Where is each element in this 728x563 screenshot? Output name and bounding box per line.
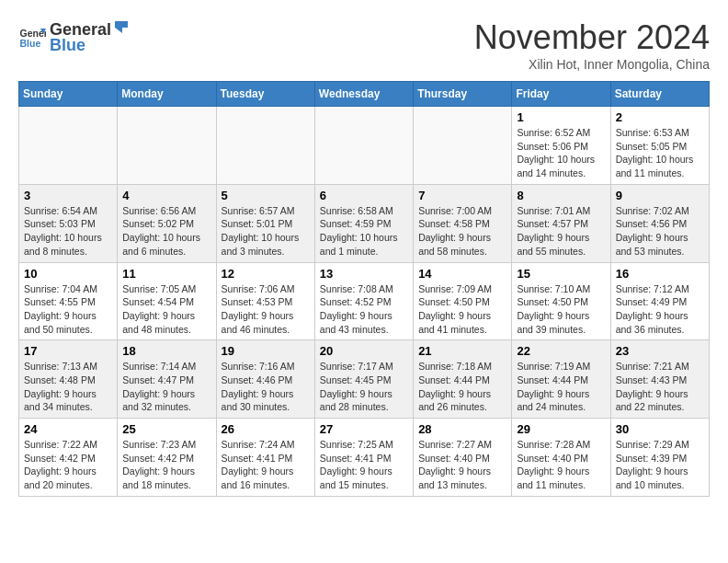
day-number: 2 [616, 110, 704, 124]
day-number: 27 [320, 422, 408, 436]
day-info: Sunrise: 7:23 AM Sunset: 4:42 PM Dayligh… [122, 438, 210, 492]
day-info: Sunrise: 6:58 AM Sunset: 4:59 PM Dayligh… [320, 204, 408, 259]
column-header-friday: Friday [512, 82, 610, 107]
location-subtitle: Xilin Hot, Inner Mongolia, China [474, 57, 710, 72]
calendar-cell [118, 107, 216, 185]
day-number: 20 [320, 344, 408, 358]
day-number: 26 [222, 422, 310, 436]
day-info: Sunrise: 7:10 AM Sunset: 4:50 PM Dayligh… [517, 282, 605, 337]
calendar-cell: 17Sunrise: 7:13 AM Sunset: 4:48 PM Dayli… [19, 340, 118, 419]
calendar-cell: 5Sunrise: 6:57 AM Sunset: 5:01 PM Daylig… [216, 184, 314, 262]
day-number: 16 [616, 267, 704, 281]
day-number: 15 [517, 267, 605, 281]
logo-icon: General Blue [18, 23, 46, 51]
day-info: Sunrise: 7:29 AM Sunset: 4:39 PM Dayligh… [616, 438, 704, 492]
calendar-cell: 19Sunrise: 7:16 AM Sunset: 4:46 PM Dayli… [216, 340, 314, 419]
calendar-cell: 6Sunrise: 6:58 AM Sunset: 4:59 PM Daylig… [314, 184, 413, 262]
calendar-cell: 10Sunrise: 7:04 AM Sunset: 4:55 PM Dayli… [19, 262, 118, 340]
day-info: Sunrise: 7:05 AM Sunset: 4:54 PM Dayligh… [122, 282, 210, 337]
calendar-cell: 25Sunrise: 7:23 AM Sunset: 4:42 PM Dayli… [118, 419, 216, 497]
calendar-cell: 2Sunrise: 6:53 AM Sunset: 5:05 PM Daylig… [610, 107, 709, 185]
day-number: 25 [122, 422, 210, 436]
day-info: Sunrise: 7:19 AM Sunset: 4:44 PM Dayligh… [517, 360, 605, 414]
column-header-thursday: Thursday [414, 82, 512, 107]
day-info: Sunrise: 7:24 AM Sunset: 4:41 PM Dayligh… [222, 438, 310, 492]
day-info: Sunrise: 7:25 AM Sunset: 4:41 PM Dayligh… [320, 438, 408, 492]
day-number: 14 [418, 267, 506, 281]
calendar-cell: 30Sunrise: 7:29 AM Sunset: 4:39 PM Dayli… [610, 419, 709, 497]
week-row-4: 17Sunrise: 7:13 AM Sunset: 4:48 PM Dayli… [19, 340, 710, 419]
day-number: 30 [616, 422, 704, 436]
week-row-2: 3Sunrise: 6:54 AM Sunset: 5:03 PM Daylig… [19, 184, 710, 262]
calendar-cell: 18Sunrise: 7:14 AM Sunset: 4:47 PM Dayli… [118, 340, 216, 419]
day-info: Sunrise: 6:56 AM Sunset: 5:02 PM Dayligh… [122, 204, 210, 259]
day-number: 4 [122, 189, 210, 202]
day-info: Sunrise: 7:17 AM Sunset: 4:45 PM Dayligh… [320, 360, 408, 414]
calendar-cell: 11Sunrise: 7:05 AM Sunset: 4:54 PM Dayli… [118, 262, 216, 340]
calendar-cell: 27Sunrise: 7:25 AM Sunset: 4:41 PM Dayli… [314, 419, 413, 497]
column-header-wednesday: Wednesday [314, 82, 413, 107]
calendar-cell: 21Sunrise: 7:18 AM Sunset: 4:44 PM Dayli… [414, 340, 512, 419]
calendar-cell: 14Sunrise: 7:09 AM Sunset: 4:50 PM Dayli… [414, 262, 512, 340]
month-title: November 2024 [474, 18, 710, 57]
column-header-monday: Monday [118, 82, 216, 107]
day-info: Sunrise: 7:13 AM Sunset: 4:48 PM Dayligh… [24, 360, 112, 414]
calendar-cell: 12Sunrise: 7:06 AM Sunset: 4:53 PM Dayli… [216, 262, 314, 340]
calendar-cell: 9Sunrise: 7:02 AM Sunset: 4:56 PM Daylig… [610, 184, 709, 262]
day-number: 29 [517, 422, 605, 436]
calendar-cell: 26Sunrise: 7:24 AM Sunset: 4:41 PM Dayli… [216, 419, 314, 497]
day-info: Sunrise: 7:22 AM Sunset: 4:42 PM Dayligh… [24, 438, 112, 492]
week-row-5: 24Sunrise: 7:22 AM Sunset: 4:42 PM Dayli… [19, 419, 710, 497]
day-number: 5 [222, 189, 310, 202]
page-header: General Blue General Blue November 2024 … [18, 18, 710, 72]
calendar-cell: 13Sunrise: 7:08 AM Sunset: 4:52 PM Dayli… [314, 262, 413, 340]
day-info: Sunrise: 7:14 AM Sunset: 4:47 PM Dayligh… [122, 360, 210, 414]
calendar-cell: 7Sunrise: 7:00 AM Sunset: 4:58 PM Daylig… [414, 184, 512, 262]
calendar-cell: 22Sunrise: 7:19 AM Sunset: 4:44 PM Dayli… [512, 340, 610, 419]
day-number: 1 [517, 110, 605, 124]
calendar-cell: 29Sunrise: 7:28 AM Sunset: 4:40 PM Dayli… [512, 419, 610, 497]
day-info: Sunrise: 7:18 AM Sunset: 4:44 PM Dayligh… [418, 360, 506, 414]
day-info: Sunrise: 7:04 AM Sunset: 4:55 PM Dayligh… [24, 282, 112, 337]
calendar-cell: 24Sunrise: 7:22 AM Sunset: 4:42 PM Dayli… [19, 419, 118, 497]
day-info: Sunrise: 7:02 AM Sunset: 4:56 PM Dayligh… [616, 204, 704, 259]
day-info: Sunrise: 7:28 AM Sunset: 4:40 PM Dayligh… [517, 438, 605, 492]
day-number: 10 [24, 267, 112, 281]
title-block: November 2024 Xilin Hot, Inner Mongolia,… [474, 18, 710, 72]
day-number: 17 [24, 344, 112, 358]
column-header-saturday: Saturday [610, 82, 709, 107]
day-number: 21 [418, 344, 506, 358]
week-row-3: 10Sunrise: 7:04 AM Sunset: 4:55 PM Dayli… [19, 262, 710, 340]
logo: General Blue General Blue [18, 18, 131, 55]
day-info: Sunrise: 7:08 AM Sunset: 4:52 PM Dayligh… [320, 282, 408, 337]
column-header-sunday: Sunday [19, 82, 118, 107]
day-number: 9 [616, 189, 704, 202]
calendar-cell: 3Sunrise: 6:54 AM Sunset: 5:03 PM Daylig… [19, 184, 118, 262]
day-number: 12 [222, 267, 310, 281]
day-number: 22 [517, 344, 605, 358]
day-info: Sunrise: 7:01 AM Sunset: 4:57 PM Dayligh… [517, 204, 605, 259]
day-info: Sunrise: 7:00 AM Sunset: 4:58 PM Dayligh… [418, 204, 506, 259]
day-info: Sunrise: 6:53 AM Sunset: 5:05 PM Dayligh… [616, 126, 704, 180]
day-info: Sunrise: 6:52 AM Sunset: 5:06 PM Dayligh… [517, 126, 605, 180]
day-number: 24 [24, 422, 112, 436]
day-number: 18 [122, 344, 210, 358]
day-info: Sunrise: 7:06 AM Sunset: 4:53 PM Dayligh… [222, 282, 310, 337]
calendar-cell: 28Sunrise: 7:27 AM Sunset: 4:40 PM Dayli… [414, 419, 512, 497]
calendar-cell: 23Sunrise: 7:21 AM Sunset: 4:43 PM Dayli… [610, 340, 709, 419]
day-number: 19 [222, 344, 310, 358]
svg-text:Blue: Blue [20, 38, 41, 49]
day-info: Sunrise: 6:54 AM Sunset: 5:03 PM Dayligh… [24, 204, 112, 259]
day-info: Sunrise: 7:12 AM Sunset: 4:49 PM Dayligh… [616, 282, 704, 337]
day-info: Sunrise: 7:09 AM Sunset: 4:50 PM Dayligh… [418, 282, 506, 337]
logo-arrow-icon [113, 18, 130, 35]
day-info: Sunrise: 6:57 AM Sunset: 5:01 PM Dayligh… [222, 204, 310, 259]
calendar-cell [314, 107, 413, 185]
calendar-cell [216, 107, 314, 185]
calendar-cell: 15Sunrise: 7:10 AM Sunset: 4:50 PM Dayli… [512, 262, 610, 340]
day-number: 23 [616, 344, 704, 358]
day-info: Sunrise: 7:16 AM Sunset: 4:46 PM Dayligh… [222, 360, 310, 414]
day-number: 6 [320, 189, 408, 202]
calendar-cell: 20Sunrise: 7:17 AM Sunset: 4:45 PM Dayli… [314, 340, 413, 419]
calendar-table: SundayMondayTuesdayWednesdayThursdayFrid… [18, 81, 710, 497]
